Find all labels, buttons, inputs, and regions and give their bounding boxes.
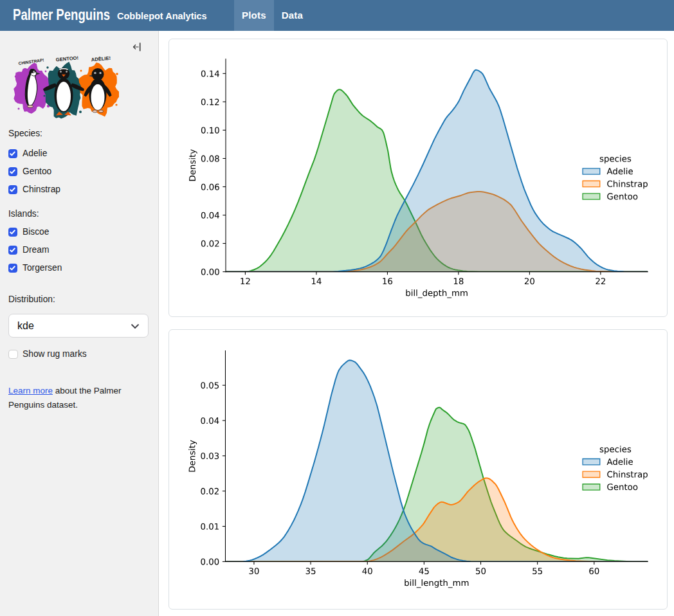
svg-text:GENTOO!: GENTOO! xyxy=(55,55,78,62)
svg-text:ADĒLIE!: ADĒLIE! xyxy=(91,55,111,63)
svg-text:CHINSTRAP!: CHINSTRAP! xyxy=(18,57,44,66)
